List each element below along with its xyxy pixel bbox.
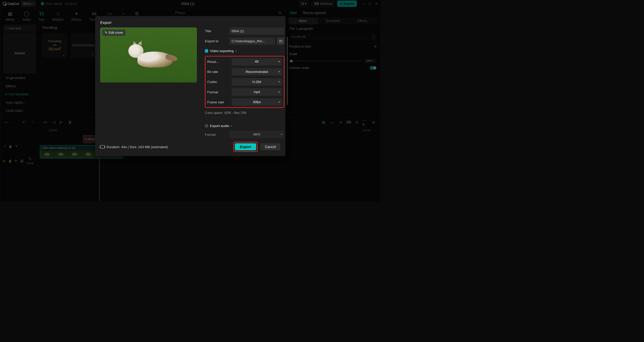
video-format-select[interactable]: mp4 <box>232 88 282 96</box>
edit-cover-button[interactable]: ✎ Edit cover <box>102 30 126 36</box>
chevron-down-icon <box>278 61 280 62</box>
export-path-input[interactable] <box>229 38 275 45</box>
resolution-label: Resol... <box>207 60 230 64</box>
export-modal-title: Export <box>100 20 280 25</box>
export-footer-info: Duration: 44s | Size: 163 MB (estimated) <box>100 145 168 149</box>
export-confirm-button[interactable]: Export <box>235 143 256 150</box>
highlighted-export-button: Export <box>233 142 258 152</box>
chevron-down-icon <box>278 92 280 93</box>
video-exporting-checkbox[interactable]: ✓ <box>205 49 208 53</box>
codec-select[interactable]: H.264 <box>232 78 282 86</box>
folder-icon: 🗀 <box>279 39 283 43</box>
browse-folder-button[interactable]: 🗀 <box>277 38 285 45</box>
modal-backdrop[interactable]: Export ✎ Edit cover <box>0 0 381 202</box>
cat-illustration <box>125 42 176 70</box>
chevron-down-icon <box>278 102 280 103</box>
caret-up-icon <box>231 125 232 126</box>
export-modal: Export ✎ Edit cover <box>95 16 285 156</box>
framerate-select[interactable]: 30fps <box>232 98 282 106</box>
colorspace-info: Color space: SDR - Rec.709 <box>205 111 284 115</box>
audio-format-select[interactable]: MP3 <box>229 131 284 138</box>
cover-preview: ✎ Edit cover <box>100 27 197 82</box>
audio-format-label: Format <box>205 133 227 137</box>
framerate-label: Frame rate <box>207 100 230 104</box>
codec-label: Codec <box>207 80 230 84</box>
resolution-select[interactable]: 4K <box>232 58 282 65</box>
scrollbar[interactable] <box>287 37 288 105</box>
chevron-down-icon <box>278 81 280 82</box>
export-audio-header[interactable]: Export audio <box>205 124 284 128</box>
export-title-label: Title <box>205 29 227 33</box>
highlighted-video-settings: Resol... 4K Bit rate Recommended Codec H… <box>205 56 284 108</box>
film-icon <box>100 145 105 148</box>
export-title-input[interactable] <box>229 27 284 34</box>
pencil-icon: ✎ <box>105 31 107 34</box>
video-format-label: Format <box>207 90 230 94</box>
bitrate-label: Bit rate <box>207 70 230 74</box>
video-exporting-header[interactable]: ✓ Video exporting <box>205 49 284 53</box>
bitrate-select[interactable]: Recommended <box>232 68 282 76</box>
export-cancel-button[interactable]: Cancel <box>260 143 280 150</box>
chevron-down-icon <box>280 134 282 135</box>
chevron-down-icon <box>278 71 280 72</box>
export-path-label: Export to <box>205 39 227 43</box>
caret-up-icon <box>235 51 237 52</box>
export-audio-checkbox[interactable] <box>205 124 208 127</box>
